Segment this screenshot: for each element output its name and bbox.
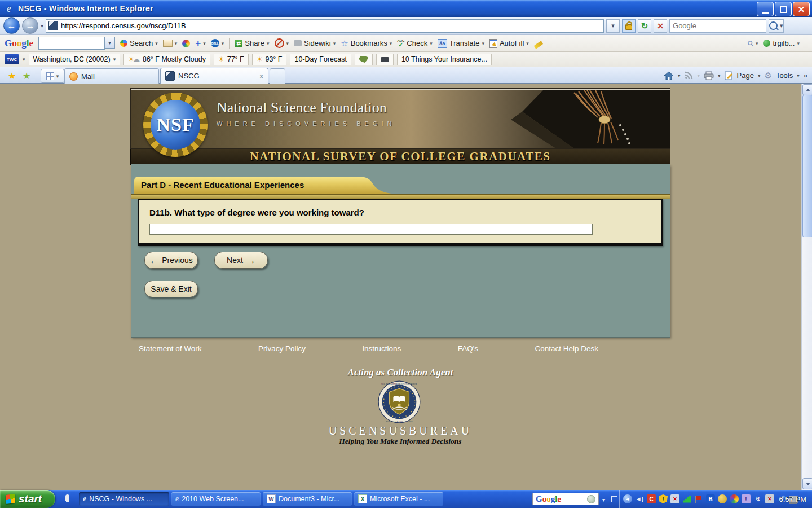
- weather-location-select[interactable]: Washington, DC (20002)▾: [29, 54, 121, 65]
- minimize-button[interactable]: [757, 2, 774, 16]
- deskbar-caret[interactable]: ▾: [602, 497, 605, 503]
- start-button[interactable]: start: [0, 490, 55, 508]
- home-caret[interactable]: ▾: [678, 73, 681, 78]
- forecast-button[interactable]: 10-Day Forecast: [290, 54, 351, 65]
- tray-printer-error-icon[interactable]: ✕: [765, 494, 774, 503]
- address-dropdown-button[interactable]: ▾: [606, 19, 620, 33]
- share-button[interactable]: ⇄Share▾: [235, 39, 269, 47]
- search-go-button[interactable]: ▾: [769, 19, 784, 33]
- tab-mail[interactable]: Mail: [64, 68, 159, 84]
- task-button-web-screen[interactable]: e 2010 Web Screen...: [171, 492, 261, 506]
- tray-network-offline-icon[interactable]: ✕: [670, 494, 679, 503]
- statement-of-work-link[interactable]: Statement of Work: [139, 344, 202, 353]
- address-field[interactable]: https://respond.census.gov/nscg/D11B: [46, 19, 604, 33]
- tray-volume-icon[interactable]: ◄): [635, 494, 644, 503]
- toolbar-search-button[interactable]: Search ▾: [120, 39, 158, 47]
- rss-feed-icon[interactable]: [684, 71, 693, 80]
- security-lock-button[interactable]: [622, 19, 636, 33]
- answer-input[interactable]: [149, 224, 593, 235]
- afternoon-temp[interactable]: ☀93° F: [252, 54, 287, 65]
- tools-caret[interactable]: ▾: [797, 73, 800, 78]
- history-dropdown[interactable]: ▾: [41, 23, 43, 29]
- tools-menu-label[interactable]: Tools: [776, 71, 793, 80]
- save-exit-button[interactable]: Save & Exit: [144, 281, 198, 297]
- tray-update-icon[interactable]: [718, 494, 727, 503]
- toolbar-news-button[interactable]: ▾: [163, 40, 178, 47]
- morning-temp[interactable]: ☀77° F: [214, 54, 249, 65]
- page-icon[interactable]: [725, 71, 733, 80]
- tray-messenger-icon[interactable]: !: [742, 494, 751, 503]
- sidewiki-button[interactable]: Sidewiki▾: [294, 39, 336, 47]
- morning-sun-icon: ☀: [218, 56, 224, 63]
- scroll-up-button[interactable]: [802, 84, 812, 95]
- search-caret[interactable]: ▾: [155, 41, 158, 46]
- taskbar-clock[interactable]: 6:57 PM: [779, 490, 806, 508]
- back-button[interactable]: ←: [3, 17, 20, 34]
- faqs-link[interactable]: FAQ's: [458, 344, 478, 353]
- home-icon[interactable]: [664, 71, 674, 80]
- print-icon[interactable]: [704, 71, 714, 80]
- instructions-link[interactable]: Instructions: [362, 344, 401, 353]
- tray-security-alert-icon[interactable]: !: [659, 494, 668, 503]
- tray-flag-icon[interactable]: [695, 496, 702, 503]
- deskbar-restore-icon[interactable]: [611, 496, 617, 502]
- add-favorite-button[interactable]: ★: [23, 71, 30, 81]
- restore-button[interactable]: [775, 2, 792, 16]
- account-button[interactable]: trgilb...▾: [763, 39, 800, 47]
- weather-map-button[interactable]: [355, 54, 373, 65]
- toolbar-swirl-button[interactable]: [182, 40, 190, 47]
- tab-nscg-active[interactable]: NSCG x: [160, 68, 268, 84]
- page-menu-label[interactable]: Page: [737, 71, 754, 80]
- task-button-excel[interactable]: X Microsoft Excel - ...: [354, 492, 443, 506]
- tray-signal-icon[interactable]: [683, 496, 691, 503]
- highlighter-icon[interactable]: [533, 41, 543, 49]
- close-button[interactable]: ✕: [793, 2, 810, 16]
- autofill-button[interactable]: AutoFill▾: [489, 39, 529, 48]
- vertical-scrollbar[interactable]: [801, 84, 812, 490]
- quick-tabs-button[interactable]: ▾: [41, 69, 64, 83]
- forward-button[interactable]: →: [22, 17, 38, 34]
- weather-video-button[interactable]: [376, 54, 394, 65]
- gear-icon[interactable]: ⚙: [764, 71, 771, 81]
- task-button-word[interactable]: W Document3 - Micr...: [263, 492, 352, 506]
- popup-blocker-button[interactable]: ▾: [275, 38, 289, 48]
- tray-bluetooth-icon[interactable]: B: [706, 494, 715, 503]
- contact-help-desk-link[interactable]: Contact Help Desk: [535, 344, 598, 353]
- twc-caret[interactable]: ▾: [23, 56, 25, 62]
- print-caret[interactable]: ▾: [718, 73, 721, 78]
- privacy-policy-link[interactable]: Privacy Policy: [258, 344, 306, 353]
- current-conditions[interactable]: ☀☁86° F Mostly Cloudy: [123, 54, 210, 65]
- scroll-down-button[interactable]: [802, 478, 812, 489]
- tray-content-advisor-icon[interactable]: C: [647, 494, 656, 503]
- search-options-caret[interactable]: ▾: [780, 22, 783, 29]
- tray-pointer-icon[interactable]: ↯: [753, 494, 762, 503]
- twc-logo-icon[interactable]: TWC: [5, 54, 19, 64]
- toolbar-dell-button[interactable]: DELL▾: [211, 39, 224, 47]
- scrollbar-thumb[interactable]: [802, 95, 812, 237]
- previous-button[interactable]: ←Previous: [144, 252, 198, 269]
- close-tab-icon[interactable]: x: [259, 72, 263, 80]
- quick-launch-mic-icon[interactable]: [65, 494, 69, 501]
- overflow-chevron-icon[interactable]: »: [804, 71, 807, 80]
- toolbar-add-button[interactable]: +▾: [195, 38, 205, 48]
- bookmarks-button[interactable]: ☆Bookmarks▾: [341, 39, 392, 47]
- tray-picasa-icon[interactable]: [730, 494, 739, 503]
- toolbar-search-input[interactable]: [38, 37, 105, 50]
- toolbar-settings-button[interactable]: ⚲▾: [748, 39, 758, 48]
- translate-button[interactable]: åaTranslate▾: [438, 39, 484, 48]
- weather-headline-link[interactable]: 10 Things Your Insurance...: [397, 54, 492, 65]
- ie-search-input[interactable]: [669, 19, 766, 33]
- new-tab-stub[interactable]: [270, 68, 285, 84]
- google-deskbar[interactable]: Google: [532, 493, 599, 505]
- next-button[interactable]: Next→: [214, 252, 268, 269]
- url-text[interactable]: https://respond.census.gov/nscg/D11B: [61, 21, 186, 30]
- refresh-button[interactable]: ↻: [638, 19, 651, 33]
- task-button-nscg[interactable]: e NSCG - Windows ...: [79, 492, 169, 506]
- deskbar-search-icon[interactable]: [587, 495, 595, 503]
- stop-button[interactable]: ✕: [654, 19, 667, 33]
- spellcheck-button[interactable]: ABC✓Check▾: [397, 39, 432, 47]
- tray-hide-chevron-icon[interactable]: ◄: [623, 494, 632, 503]
- favorites-button[interactable]: ★: [8, 71, 16, 81]
- toolbar-search-dropdown[interactable]: ▾: [105, 37, 115, 49]
- page-caret[interactable]: ▾: [758, 73, 761, 78]
